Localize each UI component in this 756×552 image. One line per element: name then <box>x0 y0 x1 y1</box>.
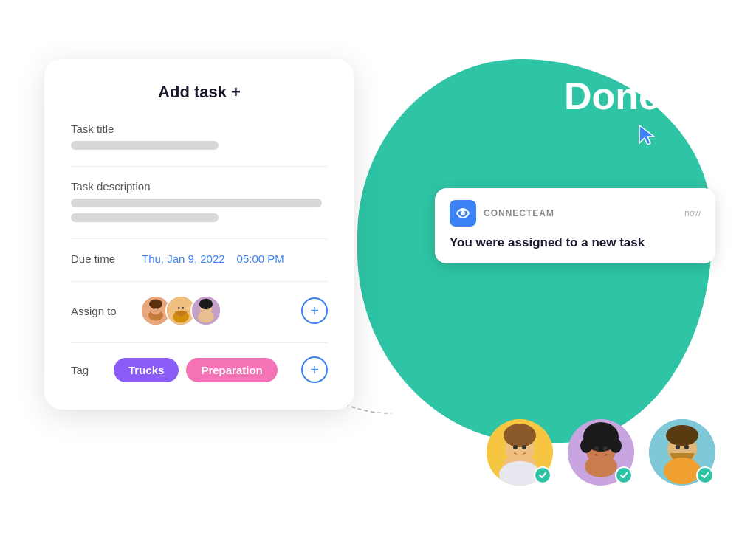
svg-point-32 <box>603 446 608 451</box>
add-task-card: Add task + Task title Task description D… <box>44 59 354 410</box>
svg-point-15 <box>203 307 205 309</box>
svg-point-39 <box>664 458 701 484</box>
assign-to-label: Assign to <box>71 305 137 317</box>
tag-row: Tag Trucks Preparation + <box>71 356 328 383</box>
notification-card: CONNECTEAM now You were assigned to a ne… <box>435 188 715 263</box>
svg-point-21 <box>504 424 536 447</box>
svg-point-37 <box>676 445 680 449</box>
tags-container: Trucks Preparation <box>114 358 301 382</box>
task-title-input[interactable] <box>71 141 219 150</box>
tag-label: Tag <box>71 364 108 376</box>
svg-point-17 <box>198 311 214 322</box>
svg-point-29 <box>580 438 592 453</box>
bottom-avatars-group <box>487 419 715 486</box>
scene: Done Add task + Task title Task descript… <box>0 0 756 552</box>
svg-point-23 <box>522 445 526 449</box>
divider-1 <box>71 166 328 167</box>
divider-4 <box>71 342 328 343</box>
app-name: CONNECTEAM <box>484 208 684 218</box>
assignees-avatars <box>140 295 301 326</box>
due-time-label: Due time <box>71 252 130 265</box>
task-description-label: Task description <box>71 180 328 193</box>
done-label: Done <box>564 74 660 118</box>
due-time-value[interactable]: 05:00 PM <box>237 252 284 265</box>
check-badge-1 <box>534 466 551 484</box>
tag-preparation[interactable]: Preparation <box>186 358 277 382</box>
due-date-value[interactable]: Thu, Jan 9, 2022 <box>142 252 225 265</box>
add-tag-button[interactable]: + <box>301 356 328 383</box>
svg-point-5 <box>149 300 162 309</box>
bottom-avatar-2-wrap <box>568 419 634 486</box>
svg-point-9 <box>182 307 184 309</box>
task-title-field: Task title <box>71 123 328 150</box>
check-badge-2 <box>615 466 633 484</box>
notification-header: CONNECTEAM now <box>450 200 701 227</box>
svg-point-22 <box>513 445 518 449</box>
svg-point-16 <box>207 307 209 309</box>
assign-to-row: Assign to <box>71 295 328 326</box>
assignee-avatar-3 <box>190 295 221 326</box>
svg-point-8 <box>178 307 180 309</box>
notification-time: now <box>684 208 701 218</box>
svg-point-36 <box>666 425 698 446</box>
svg-point-38 <box>684 445 689 449</box>
bottom-avatar-3-wrap <box>649 419 715 486</box>
check-badge-3 <box>696 466 714 484</box>
add-assignee-button[interactable]: + <box>301 297 328 324</box>
task-title-label: Task title <box>71 123 328 135</box>
task-description-input-line1[interactable] <box>71 199 322 207</box>
notification-message: You were assigned to a new task <box>450 234 701 252</box>
svg-point-18 <box>461 211 465 215</box>
connecteam-icon <box>450 200 476 227</box>
card-title: Add task + <box>71 83 328 102</box>
tag-trucks[interactable]: Trucks <box>114 358 179 382</box>
svg-point-14 <box>199 299 213 309</box>
svg-point-33 <box>585 455 617 477</box>
bottom-avatar-1-wrap <box>487 419 553 486</box>
divider-2 <box>71 238 328 239</box>
task-description-input-line2[interactable] <box>71 213 219 222</box>
svg-point-30 <box>610 438 622 453</box>
svg-point-31 <box>594 446 599 451</box>
task-description-field: Task description <box>71 180 328 222</box>
divider-3 <box>71 281 328 282</box>
due-time-row: Due time Thu, Jan 9, 2022 05:00 PM <box>71 252 328 265</box>
